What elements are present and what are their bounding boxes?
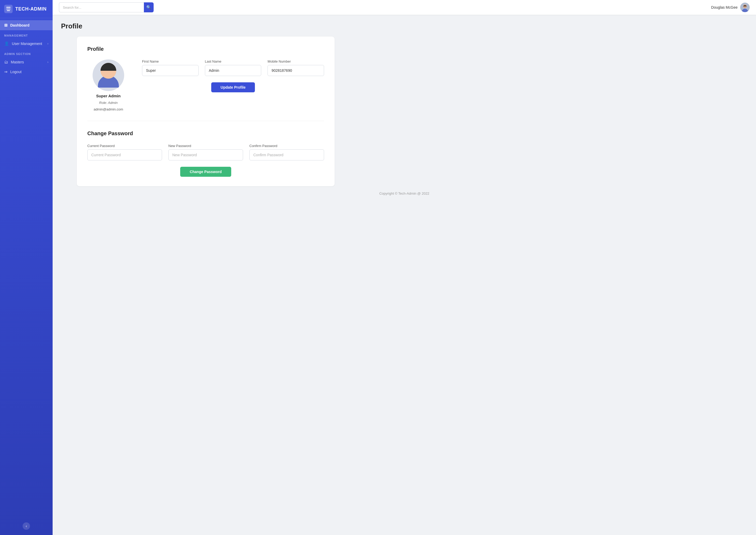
- change-password-btn-row: Change Password: [87, 167, 324, 177]
- update-profile-button[interactable]: Update Profile: [211, 82, 255, 92]
- page-title: Profile: [61, 22, 747, 30]
- sidebar: TECH-ADMIN ⊞ Dashboard MANAGEMENT 👤 User…: [0, 0, 53, 535]
- logo-icon: [4, 5, 13, 13]
- app-logo[interactable]: TECH-ADMIN: [0, 0, 53, 18]
- chevron-right-icon-masters: ›: [47, 60, 48, 64]
- profile-form: First Name Last Name Mobile Number: [142, 59, 324, 92]
- main-area: 🔍 Douglas McGee Profile Profile: [53, 0, 756, 535]
- new-password-group: New Password: [168, 144, 243, 160]
- current-password-group: Current Password: [87, 144, 162, 160]
- mobile-group: Mobile Number: [267, 59, 324, 76]
- user-menu[interactable]: Douglas McGee: [711, 3, 750, 12]
- logout-icon: ⇒: [4, 70, 8, 74]
- section-divider: [87, 121, 324, 121]
- new-password-label: New Password: [168, 144, 243, 148]
- profile-avatar: [93, 59, 124, 91]
- search-button[interactable]: 🔍: [144, 2, 154, 13]
- svg-rect-3: [7, 10, 10, 11]
- first-name-input[interactable]: [142, 65, 199, 76]
- app-name: TECH-ADMIN: [15, 6, 46, 12]
- profile-avatar-col: Super Admin Role: Admin admin@admin.com: [87, 59, 129, 111]
- current-password-label: Current Password: [87, 144, 162, 148]
- last-name-label: Last Name: [205, 59, 262, 63]
- mobile-input[interactable]: [267, 65, 324, 76]
- profile-email: admin@admin.com: [94, 107, 123, 111]
- sidebar-item-user-management[interactable]: 👤 User Management ›: [0, 39, 53, 49]
- user-name: Douglas McGee: [711, 5, 738, 10]
- profile-name: Super Admin: [96, 94, 121, 98]
- first-name-label: First Name: [142, 59, 199, 63]
- profile-top: Super Admin Role: Admin admin@admin.com …: [87, 59, 324, 111]
- sidebar-item-label-masters: Masters: [11, 60, 24, 64]
- footer-text: Copyright © Tech-Admin @ 2022: [379, 191, 429, 195]
- first-name-group: First Name: [142, 59, 199, 76]
- svg-rect-1: [6, 8, 11, 9]
- profile-card: Profile Super Admin Role: A: [77, 37, 335, 186]
- svg-rect-2: [6, 9, 11, 10]
- last-name-input[interactable]: [205, 65, 262, 76]
- user-icon: 👤: [4, 41, 9, 46]
- avatar: [740, 3, 750, 12]
- chevron-right-icon: ›: [47, 42, 48, 45]
- change-password-section-title: Change Password: [87, 130, 324, 136]
- profile-form-row-1: First Name Last Name Mobile Number: [142, 59, 324, 76]
- confirm-password-group: Confirm Password: [249, 144, 324, 160]
- change-password-button[interactable]: Change Password: [180, 167, 231, 177]
- admin-section-label: ADMIN SECTION: [0, 49, 53, 57]
- sidebar-item-label-dashboard: Dashboard: [10, 23, 29, 27]
- sidebar-item-label-user-management: User Management: [12, 42, 42, 46]
- mobile-label: Mobile Number: [267, 59, 324, 63]
- sidebar-item-label-logout: Logout: [10, 70, 21, 74]
- content-area: Profile Profile S: [53, 15, 756, 535]
- password-form-row: Current Password New Password Confirm Pa…: [87, 144, 324, 160]
- last-name-group: Last Name: [205, 59, 262, 76]
- sidebar-item-dashboard[interactable]: ⊞ Dashboard: [0, 20, 53, 30]
- svg-rect-0: [6, 7, 11, 8]
- footer: Copyright © Tech-Admin @ 2022: [61, 186, 747, 198]
- update-profile-btn-row: Update Profile: [142, 82, 324, 92]
- new-password-input[interactable]: [168, 150, 243, 160]
- search-icon: 🔍: [146, 5, 151, 10]
- management-section-label: MANAGEMENT: [0, 30, 53, 39]
- current-password-input[interactable]: [87, 150, 162, 160]
- sidebar-item-masters[interactable]: 🗂 Masters ›: [0, 57, 53, 67]
- topnav: 🔍 Douglas McGee: [53, 0, 756, 15]
- sidebar-item-logout[interactable]: ⇒ Logout: [0, 67, 53, 77]
- sidebar-collapse-button[interactable]: ‹: [23, 522, 30, 530]
- masters-icon: 🗂: [4, 60, 8, 64]
- search-input[interactable]: [59, 2, 144, 13]
- profile-role: Role: Admin: [99, 101, 118, 105]
- profile-section-title: Profile: [87, 46, 324, 52]
- sidebar-nav: ⊞ Dashboard MANAGEMENT 👤 User Management…: [0, 18, 53, 522]
- search-bar: 🔍: [59, 2, 154, 13]
- confirm-password-input[interactable]: [249, 150, 324, 160]
- dashboard-icon: ⊞: [4, 23, 8, 28]
- confirm-password-label: Confirm Password: [249, 144, 324, 148]
